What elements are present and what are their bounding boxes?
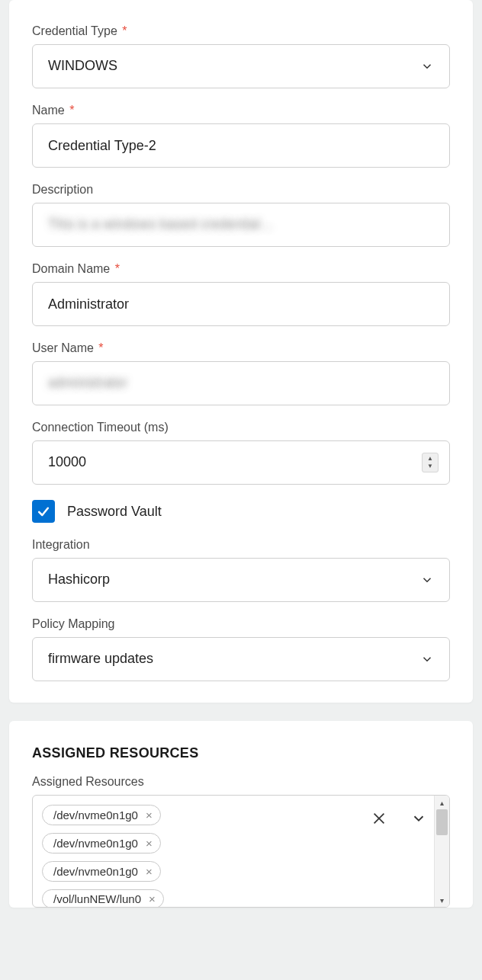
user-name-input-wrapper: administrator (32, 361, 450, 405)
description-input-wrapper: This is a windows based credential .. (32, 203, 450, 247)
field-domain-name: Domain Name * (32, 262, 450, 326)
assigned-resources-multiselect[interactable]: /dev/nvme0n1g0 × /dev/nvme0n1g0 × /dev/n… (32, 795, 450, 908)
label-credential-type: Credential Type * (32, 24, 450, 38)
scroll-thumb[interactable] (436, 809, 448, 835)
label-text: Credential Type (32, 24, 117, 37)
name-input[interactable] (32, 123, 450, 168)
field-name: Name * (32, 104, 450, 168)
scroll-down-icon[interactable]: ▾ (435, 893, 449, 907)
user-name-input[interactable]: administrator (32, 361, 450, 405)
chevron-down-icon (420, 573, 434, 587)
domain-name-input-wrapper (32, 282, 450, 326)
stepper-up-icon[interactable]: ▲ (427, 455, 433, 463)
field-integration: Integration Hashicorp (32, 538, 450, 602)
connection-timeout-input[interactable]: 10000 ▲ ▼ (32, 440, 450, 485)
multiselect-actions (368, 796, 434, 907)
chevron-down-icon (420, 652, 434, 666)
field-user-name: User Name * administrator (32, 341, 450, 405)
numeric-stepper[interactable]: ▲ ▼ (422, 453, 439, 472)
field-policy-mapping: Policy Mapping firmware updates (32, 617, 450, 681)
credential-form-card: Credential Type * WINDOWS Name * Descrip… (9, 0, 473, 703)
label-description: Description (32, 183, 450, 197)
field-description: Description This is a windows based cred… (32, 183, 450, 247)
resource-tag[interactable]: /dev/nvme0n1g0 × (42, 805, 161, 825)
password-vault-row: Password Vault (32, 500, 450, 523)
chevron-down-icon (420, 59, 434, 73)
password-vault-checkbox[interactable] (32, 500, 55, 523)
assigned-resources-tags: /dev/nvme0n1g0 × /dev/nvme0n1g0 × /dev/n… (33, 796, 368, 907)
chevron-down-icon (410, 810, 427, 827)
label-policy-mapping: Policy Mapping (32, 617, 450, 631)
label-text: User Name (32, 341, 94, 354)
label-integration: Integration (32, 538, 450, 552)
open-dropdown-button[interactable] (408, 808, 429, 829)
name-input-wrapper (32, 123, 450, 168)
resource-tag-label: /dev/nvme0n1g0 (53, 837, 138, 850)
assigned-resources-title: ASSIGNED RESOURCES (32, 745, 450, 761)
label-user-name: User Name * (32, 341, 450, 355)
policy-mapping-value: firmware updates (48, 650, 420, 668)
resource-tag-label: /dev/nvme0n1g0 (53, 809, 138, 821)
label-domain-name: Domain Name * (32, 262, 450, 276)
required-indicator: * (98, 341, 103, 354)
stepper-down-icon[interactable]: ▼ (427, 463, 433, 470)
credential-type-select[interactable]: WINDOWS (32, 44, 450, 88)
label-name: Name * (32, 104, 450, 117)
description-input[interactable]: This is a windows based credential .. (32, 203, 450, 247)
resource-tag[interactable]: /dev/nvme0n1g0 × (42, 861, 161, 882)
label-text: Name (32, 104, 65, 117)
close-icon[interactable]: × (146, 837, 153, 849)
scrollbar[interactable]: ▴ ▾ (434, 796, 449, 907)
scroll-up-icon[interactable]: ▴ (435, 796, 449, 809)
password-vault-label: Password Vault (67, 504, 162, 520)
clear-all-button[interactable] (368, 808, 390, 829)
connection-timeout-value: 10000 (48, 453, 86, 471)
integration-select[interactable]: Hashicorp (32, 558, 450, 602)
resource-tag[interactable]: /dev/nvme0n1g0 × (42, 833, 161, 853)
close-icon (371, 810, 387, 827)
close-icon[interactable]: × (146, 866, 153, 877)
resource-tag[interactable]: /vol/lunNEW/lun0 × (42, 889, 164, 907)
label-connection-timeout: Connection Timeout (ms) (32, 421, 450, 434)
integration-value: Hashicorp (48, 571, 420, 588)
assigned-resources-card: ASSIGNED RESOURCES Assigned Resources /d… (9, 721, 473, 908)
resource-tag-label: /vol/lunNEW/lun0 (53, 892, 141, 905)
label-text: Domain Name (32, 262, 110, 275)
required-indicator: * (122, 24, 127, 37)
field-credential-type: Credential Type * WINDOWS (32, 24, 450, 88)
close-icon[interactable]: × (149, 893, 156, 905)
domain-name-input[interactable] (32, 282, 450, 326)
required-indicator: * (115, 262, 120, 275)
credential-type-value: WINDOWS (48, 57, 420, 75)
label-assigned-resources: Assigned Resources (32, 775, 450, 789)
close-icon[interactable]: × (146, 809, 153, 821)
field-connection-timeout: Connection Timeout (ms) 10000 ▲ ▼ (32, 421, 450, 485)
check-icon (36, 504, 51, 519)
required-indicator: * (69, 104, 74, 117)
resource-tag-label: /dev/nvme0n1g0 (53, 865, 138, 878)
policy-mapping-select[interactable]: firmware updates (32, 637, 450, 681)
scroll-track[interactable] (435, 809, 449, 893)
